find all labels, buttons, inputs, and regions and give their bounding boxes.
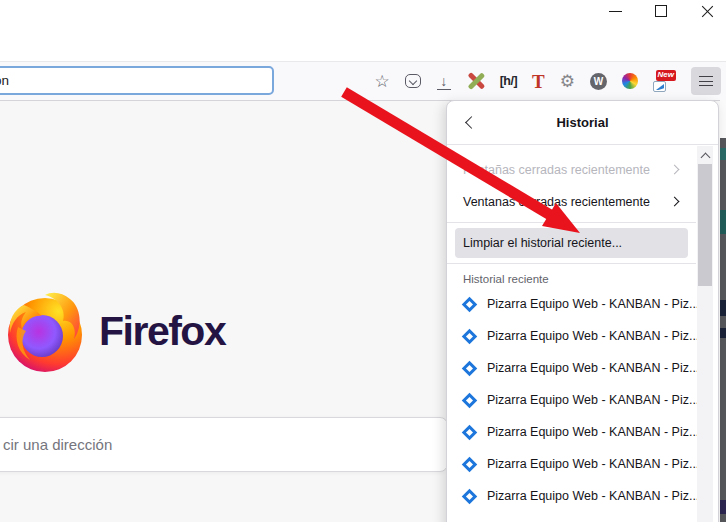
toolbar-icons: ☆ ↓ [h/] T ⚙ W New bbox=[374, 62, 721, 100]
chevron-right-icon bbox=[670, 165, 680, 175]
download-icon[interactable]: ↓ bbox=[436, 73, 452, 89]
firefox-logo-icon bbox=[4, 287, 86, 375]
history-entry[interactable]: Pizarra Equipo Web - KANBAN - Piz... bbox=[447, 384, 718, 416]
scroll-up-arrow-icon[interactable] bbox=[700, 153, 710, 163]
menu-item-recently-closed-tabs[interactable]: Pestañas cerradas recientemente bbox=[447, 154, 718, 186]
letter-t-extension-icon[interactable]: T bbox=[532, 72, 545, 91]
history-panel-body: Pestañas cerradas recientemente Ventanas… bbox=[447, 145, 718, 512]
back-chevron-icon[interactable] bbox=[465, 116, 478, 129]
history-entry-label: Pizarra Equipo Web - KANBAN - Piz... bbox=[487, 425, 699, 439]
kanban-favicon-icon bbox=[462, 328, 478, 344]
new-badge-label: New bbox=[656, 70, 676, 81]
history-entry[interactable]: Pizarra Equipo Web - KANBAN - Piz... bbox=[447, 352, 718, 384]
close-icon[interactable] bbox=[699, 3, 716, 20]
gear-icon[interactable]: ⚙ bbox=[560, 73, 575, 90]
hamburger-menu-button[interactable] bbox=[691, 67, 721, 95]
menu-item-label: Ventanas cerradas recientemente bbox=[463, 195, 650, 209]
brackets-extension-icon[interactable]: [h/] bbox=[500, 74, 517, 88]
address-bar-input[interactable]: ión bbox=[0, 66, 274, 95]
history-entry-label: Pizarra Equipo Web - KANBAN - Piz... bbox=[487, 329, 699, 343]
pocket-icon[interactable] bbox=[405, 74, 421, 88]
navigation-toolbar: ión ☆ ↓ [h/] T ⚙ W New bbox=[0, 61, 726, 101]
history-entry[interactable]: Pizarra Equipo Web - KANBAN - Piz... bbox=[447, 288, 718, 320]
kanban-favicon-icon bbox=[462, 488, 478, 504]
scrollbar-thumb[interactable] bbox=[698, 164, 712, 286]
divider bbox=[447, 263, 696, 264]
minimize-icon[interactable] bbox=[607, 3, 624, 20]
divider bbox=[447, 222, 696, 223]
recent-history-section-label: Historial reciente bbox=[463, 273, 718, 285]
titlebar bbox=[0, 0, 726, 61]
start-page-search-input[interactable]: cir una dirección bbox=[0, 417, 448, 472]
history-entry[interactable]: Pizarra Equipo Web - KANBAN - Piz... bbox=[447, 416, 718, 448]
new-badge-extension-icon[interactable]: New bbox=[653, 70, 676, 92]
menu-item-clear-recent-history[interactable]: Limpiar el historial reciente... bbox=[455, 228, 688, 258]
crossed-sticks-extension-icon[interactable] bbox=[467, 72, 485, 90]
firefox-brand: Firefox bbox=[4, 287, 225, 375]
kanban-favicon-icon bbox=[462, 456, 478, 472]
kanban-favicon-icon bbox=[462, 360, 478, 376]
history-entry[interactable]: Pizarra Equipo Web - KANBAN - Piz... bbox=[447, 448, 718, 480]
history-entries-list: Pizarra Equipo Web - KANBAN - Piz... Piz… bbox=[447, 288, 718, 512]
history-entry-label: Pizarra Equipo Web - KANBAN - Piz... bbox=[487, 297, 699, 311]
kanban-favicon-icon bbox=[462, 392, 478, 408]
bookmark-star-icon[interactable]: ☆ bbox=[374, 73, 389, 90]
history-panel-header: Historial bbox=[447, 101, 718, 145]
kanban-favicon-icon bbox=[462, 424, 478, 440]
page-edge-strip bbox=[720, 100, 726, 522]
history-entry-label: Pizarra Equipo Web - KANBAN - Piz... bbox=[487, 489, 699, 503]
history-entry-label: Pizarra Equipo Web - KANBAN - Piz... bbox=[487, 457, 699, 471]
maximize-icon[interactable] bbox=[653, 3, 670, 20]
panel-scrollbar[interactable] bbox=[697, 146, 713, 522]
firefox-wordmark: Firefox bbox=[99, 308, 225, 355]
paper-plane-icon bbox=[653, 81, 666, 92]
window-controls bbox=[607, 3, 716, 20]
wave-extension-icon[interactable]: W bbox=[590, 73, 607, 90]
history-entry[interactable]: Pizarra Equipo Web - KANBAN - Piz... bbox=[447, 480, 718, 512]
panel-title: Historial bbox=[556, 115, 608, 130]
kanban-favicon-icon bbox=[462, 296, 478, 312]
menu-item-label: Limpiar el historial reciente... bbox=[463, 236, 622, 250]
history-panel: Historial Pestañas cerradas recientement… bbox=[446, 100, 719, 522]
address-bar-text: ión bbox=[0, 73, 9, 88]
history-entry-label: Pizarra Equipo Web - KANBAN - Piz... bbox=[487, 393, 699, 407]
colorwheel-extension-icon[interactable] bbox=[622, 73, 638, 89]
history-entry-label: Pizarra Equipo Web - KANBAN - Piz... bbox=[487, 361, 699, 375]
menu-item-recently-closed-windows[interactable]: Ventanas cerradas recientemente bbox=[447, 186, 718, 218]
chevron-right-icon bbox=[670, 197, 680, 207]
search-placeholder: cir una dirección bbox=[3, 436, 112, 453]
history-entry[interactable]: Pizarra Equipo Web - KANBAN - Piz... bbox=[447, 320, 718, 352]
menu-item-label: Pestañas cerradas recientemente bbox=[463, 163, 650, 177]
